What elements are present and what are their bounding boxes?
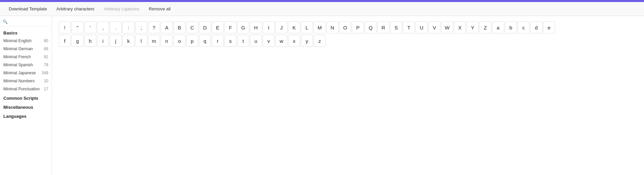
sidebar-section-languages[interactable]: Languages (0, 111, 52, 120)
char-cell[interactable]: j (110, 35, 122, 47)
char-cell[interactable]: g (71, 35, 84, 47)
sidebar-item-count: 60 (44, 38, 48, 43)
char-cell[interactable]: n (161, 35, 173, 47)
char-cell[interactable]: D (199, 21, 211, 33)
sidebar: 🔍 BasicsMinimal English60Minimal German6… (0, 16, 52, 175)
char-cell[interactable]: m (148, 35, 160, 47)
char-cell[interactable]: l (135, 35, 147, 47)
sidebar-item-count: 10 (44, 79, 48, 83)
char-cell[interactable]: s (224, 35, 236, 47)
char-cell[interactable]: h (84, 35, 96, 47)
arbitrary-ligatures-button: Arbitrary Ligatures (99, 2, 144, 16)
char-cell[interactable]: , (97, 21, 109, 33)
arbitrary-characters-button[interactable]: Arbitrary characters (52, 2, 99, 16)
char-cell[interactable]: J (275, 21, 287, 33)
sidebar-item-label: Minimal French (3, 55, 31, 59)
char-cell[interactable]: S (390, 21, 402, 33)
char-cell[interactable]: w (275, 35, 287, 47)
char-cell[interactable]: G (237, 21, 249, 33)
char-cell[interactable]: ' (84, 21, 96, 33)
char-cell[interactable]: L (301, 21, 313, 33)
sidebar-item-count: 68 (44, 47, 48, 51)
char-cell[interactable]: z (314, 35, 326, 47)
remove-all-button[interactable]: Remove all (144, 2, 175, 16)
char-cell[interactable]: i (97, 35, 109, 47)
char-cell[interactable]: M (314, 21, 326, 33)
sidebar-item-count: 17 (44, 87, 48, 91)
char-cell[interactable]: t (237, 35, 249, 47)
char-cell[interactable]: : (122, 21, 135, 33)
sidebar-item-label: Minimal English (3, 38, 32, 43)
char-cell[interactable]: U (416, 21, 428, 33)
character-row-1: !"',.:;?ABCDEFGHIJKLMNOPQRSTUVWXYZabcde (59, 21, 637, 33)
char-cell[interactable]: f (59, 35, 71, 47)
sidebar-item-label: Minimal German (3, 47, 33, 51)
char-cell[interactable]: r (212, 35, 224, 47)
toolbar: Download TemplateArbitrary charactersArb… (0, 2, 644, 16)
sidebar-item-count: 349 (42, 71, 48, 75)
char-cell[interactable]: e (543, 21, 555, 33)
sidebar-item[interactable]: Minimal French91 (0, 53, 52, 61)
char-cell[interactable]: v (263, 35, 275, 47)
char-cell[interactable]: b (505, 21, 517, 33)
char-cell[interactable]: Z (479, 21, 491, 33)
char-cell[interactable]: H (250, 21, 262, 33)
sidebar-item[interactable]: Minimal English60 (0, 37, 52, 45)
char-cell[interactable]: ? (148, 21, 160, 33)
sidebar-item[interactable]: Minimal Numbers10 (0, 77, 52, 85)
sidebar-item-label: Minimal Japanese (3, 71, 36, 75)
sidebar-item-label: Minimal Punctuation (3, 87, 40, 91)
sidebar-section-miscellaneous[interactable]: Miscellaneous (0, 102, 52, 111)
sidebar-section-common-scripts[interactable]: Common Scripts (0, 93, 52, 102)
sidebar-item-label: Minimal Spanish (3, 63, 33, 67)
content-area: !"',.:;?ABCDEFGHIJKLMNOPQRSTUVWXYZabcde … (52, 16, 644, 175)
char-cell[interactable]: K (288, 21, 300, 33)
char-cell[interactable]: W (441, 21, 453, 33)
download-template-button[interactable]: Download Template (4, 2, 52, 16)
char-cell[interactable]: a (492, 21, 504, 33)
char-cell[interactable]: T (403, 21, 415, 33)
char-cell[interactable]: d (530, 21, 542, 33)
character-row-2: fghijklmnopqrstuvwxyz (59, 35, 637, 47)
char-cell[interactable]: x (288, 35, 300, 47)
char-cell[interactable]: B (173, 21, 185, 33)
sidebar-item[interactable]: Minimal Japanese349 (0, 69, 52, 77)
char-cell[interactable]: ; (135, 21, 147, 33)
char-cell[interactable]: " (71, 21, 84, 33)
sidebar-item-label: Minimal Numbers (3, 79, 35, 83)
char-cell[interactable]: E (212, 21, 224, 33)
sidebar-item[interactable]: Minimal German68 (0, 45, 52, 53)
sidebar-item[interactable]: Minimal Punctuation17 (0, 85, 52, 93)
char-cell[interactable]: . (110, 21, 122, 33)
char-cell[interactable]: Y (467, 21, 479, 33)
char-cell[interactable]: c (518, 21, 530, 33)
char-cell[interactable]: V (428, 21, 440, 33)
char-cell[interactable]: P (352, 21, 364, 33)
char-cell[interactable]: y (301, 35, 313, 47)
search-row[interactable]: 🔍 (0, 17, 52, 26)
char-cell[interactable]: o (173, 35, 185, 47)
char-cell[interactable]: X (454, 21, 466, 33)
char-cell[interactable]: ! (59, 21, 71, 33)
char-cell[interactable]: Q (365, 21, 377, 33)
sidebar-item[interactable]: Minimal Spanish78 (0, 61, 52, 69)
char-cell[interactable]: I (263, 21, 275, 33)
sidebar-item-count: 78 (44, 63, 48, 67)
char-cell[interactable]: C (186, 21, 198, 33)
char-cell[interactable]: F (224, 21, 236, 33)
char-cell[interactable]: N (326, 21, 338, 33)
sidebar-item-count: 91 (44, 55, 48, 59)
search-icon: 🔍 (3, 19, 8, 24)
char-cell[interactable]: q (199, 35, 211, 47)
char-cell[interactable]: k (122, 35, 135, 47)
char-cell[interactable]: R (377, 21, 389, 33)
char-cell[interactable]: p (186, 35, 198, 47)
char-cell[interactable]: u (250, 35, 262, 47)
char-cell[interactable]: O (339, 21, 351, 33)
char-cell[interactable]: A (161, 21, 173, 33)
main-layout: 🔍 BasicsMinimal English60Minimal German6… (0, 16, 644, 175)
sidebar-section-basics[interactable]: Basics (0, 28, 52, 37)
